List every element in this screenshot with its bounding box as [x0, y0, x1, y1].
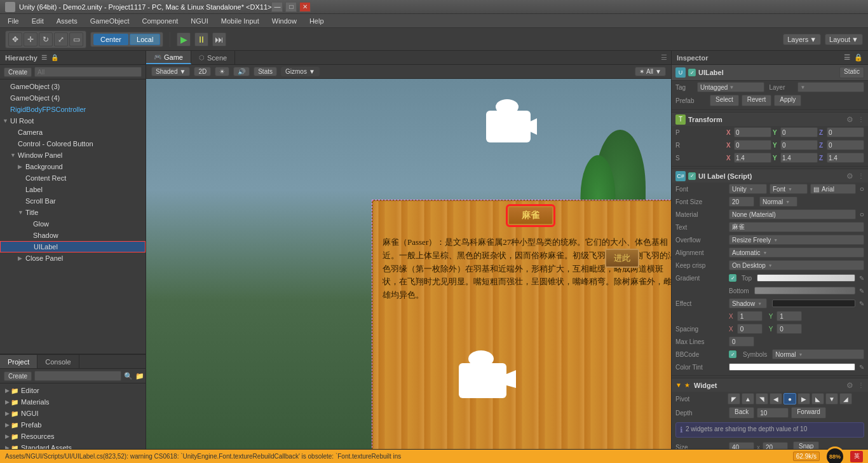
gradient-top-swatch[interactable] — [757, 274, 855, 282]
maximize-button[interactable]: □ — [285, 2, 297, 12]
menu-window[interactable]: Window — [267, 16, 302, 26]
material-value-field[interactable]: None (Material) — [729, 209, 856, 219]
hierarchy-item-gameobject3[interactable]: GameObject (3) — [0, 81, 146, 92]
rect-tool[interactable]: ▭ — [69, 32, 83, 46]
gradient-bottom-swatch[interactable] — [754, 287, 855, 294]
color-tint-swatch[interactable] — [729, 363, 855, 371]
prefab-revert-button[interactable]: Revert — [742, 95, 771, 106]
font-style-dropdown[interactable]: Normal — [759, 197, 797, 207]
hierarchy-create-button[interactable]: Create — [4, 67, 32, 77]
symbols-dropdown[interactable]: Normal — [772, 349, 864, 359]
hierarchy-item-uilabel[interactable]: UILabel — [0, 241, 146, 252]
bbcode-checkbox[interactable] — [729, 350, 736, 358]
hand-tool[interactable]: ✥ — [8, 32, 22, 46]
pivot-bottom-left[interactable]: ◣ — [811, 393, 824, 404]
inspector-lock-icon[interactable]: 🔒 — [854, 53, 863, 62]
tag-dropdown[interactable]: Untagged — [697, 82, 764, 92]
rot-z-input[interactable]: 0 — [827, 140, 864, 150]
menu-assets[interactable]: Assets — [51, 16, 83, 26]
layer-dropdown[interactable] — [797, 82, 865, 92]
hierarchy-item-rigidbody[interactable]: RigidBodyFPSController — [0, 104, 146, 115]
pivot-right[interactable]: ▶ — [797, 393, 810, 404]
rot-x-input[interactable]: 0 — [734, 140, 771, 150]
panel-menu-icon[interactable]: ☰ — [661, 53, 667, 62]
all-dropdown[interactable]: ✶ All ▼ — [635, 67, 666, 76]
text-value-field[interactable]: 麻雀 — [729, 222, 864, 232]
advance-button[interactable]: 进此 — [605, 249, 639, 268]
transform-gear-icon[interactable]: ⚙ — [846, 115, 853, 124]
alignment-dropdown[interactable]: Automatic — [729, 247, 864, 258]
effect-dropdown[interactable]: Shadow — [729, 298, 767, 308]
tab-project[interactable]: Project — [0, 355, 37, 368]
folder-icon[interactable]: 📁 — [135, 372, 144, 380]
material-link-icon[interactable]: ○ — [860, 210, 864, 219]
minimize-button[interactable]: — — [271, 2, 283, 12]
hierarchy-item-camera[interactable]: Camera — [0, 127, 146, 138]
center-toggle[interactable]: Center — [93, 34, 128, 45]
hierarchy-item-glow[interactable]: Glow — [0, 218, 146, 230]
effect-edit-icon[interactable]: ✎ — [859, 300, 864, 307]
max-lines-input[interactable]: 0 — [729, 336, 754, 347]
hierarchy-item-scroll-bar[interactable]: Scroll Bar — [0, 195, 146, 207]
effect-y-input[interactable]: 1 — [776, 311, 802, 321]
keep-crisp-dropdown[interactable]: On Desktop — [729, 260, 864, 270]
proj-item-prefab[interactable]: ▶ 📁 Prefab — [0, 419, 146, 431]
search-icon[interactable]: 🔍 — [124, 372, 133, 380]
hierarchy-item-window-panel[interactable]: ▼ Window Panel — [0, 149, 146, 161]
gradient-checkbox[interactable] — [729, 274, 736, 282]
hierarchy-item-close-panel[interactable]: ▶ Close Panel — [0, 252, 146, 264]
pos-x-input[interactable]: 0 — [734, 127, 771, 137]
mode-2d-button[interactable]: 2D — [194, 67, 211, 76]
proj-item-ngui[interactable]: ▶ 📁 NGUI — [0, 408, 146, 419]
local-toggle[interactable]: Local — [130, 34, 160, 45]
script-gear-icon[interactable]: ⚙ — [846, 172, 853, 181]
pivot-bottom-right[interactable]: ◢ — [839, 393, 852, 404]
menu-edit[interactable]: Edit — [27, 16, 49, 26]
prefab-apply-button[interactable]: Apply — [774, 95, 801, 106]
pivot-top-right[interactable]: ◥ — [756, 393, 768, 404]
font-type-dropdown[interactable]: Font — [770, 184, 808, 194]
font-size-input[interactable]: 20 — [729, 197, 754, 207]
step-button[interactable]: ⏭ — [212, 32, 226, 46]
rotate-tool[interactable]: ↻ — [39, 32, 53, 46]
menu-component[interactable]: Component — [137, 16, 183, 26]
prefab-select-button[interactable]: Select — [710, 95, 739, 106]
depth-value-input[interactable]: 10 — [757, 408, 789, 418]
static-button[interactable]: Static — [839, 67, 864, 78]
lighting-button[interactable]: ☀ — [215, 67, 229, 76]
pos-z-input[interactable]: 0 — [827, 127, 864, 137]
proj-item-resources[interactable]: ▶ 📁 Resources — [0, 431, 146, 442]
overflow-dropdown[interactable]: Resize Freely — [729, 235, 864, 245]
layers-dropdown[interactable]: Layers ▼ — [783, 34, 821, 45]
font-engine-dropdown[interactable]: Unity — [729, 184, 767, 194]
sound-button[interactable]: 🔊 — [233, 67, 250, 76]
hierarchy-item-shadow[interactable]: Shadow — [0, 230, 146, 241]
transform-menu-icon[interactable]: ⋮ — [858, 116, 864, 123]
menu-gameobject[interactable]: GameObject — [85, 16, 135, 26]
pivot-top-left[interactable]: ◤ — [728, 393, 740, 404]
hierarchy-item-title[interactable]: ▼ Title — [0, 207, 146, 218]
spacing-x-input[interactable]: 0 — [737, 324, 763, 334]
project-search-input[interactable] — [34, 371, 121, 381]
widget-menu-icon[interactable]: ⋮ — [858, 382, 864, 389]
hierarchy-lock-icon[interactable]: 🔒 — [51, 54, 58, 61]
pause-button[interactable]: ⏸ — [194, 32, 208, 46]
size-x-input[interactable]: 40 — [729, 442, 754, 449]
input-method-icon[interactable]: 英 — [850, 451, 863, 462]
hierarchy-item-label[interactable]: Label — [0, 184, 146, 195]
tab-scene[interactable]: ⬡ Scene — [191, 51, 235, 64]
effect-color-swatch[interactable] — [772, 300, 855, 307]
effect-x-input[interactable]: 1 — [737, 311, 763, 321]
stats-button[interactable]: Stats — [254, 67, 277, 76]
play-button[interactable]: ▶ — [177, 32, 191, 46]
menu-mobile-input[interactable]: Mobile Input — [216, 16, 264, 26]
move-tool[interactable]: ✛ — [24, 32, 37, 46]
scale-y-input[interactable]: 1.4 — [780, 153, 818, 163]
pivot-top[interactable]: ▲ — [742, 393, 754, 404]
hierarchy-search-input[interactable] — [34, 67, 142, 77]
tab-console[interactable]: Console — [37, 355, 79, 368]
script-enabled-checkbox[interactable] — [688, 172, 696, 180]
font-value-field[interactable]: ▤ Arial — [810, 184, 856, 194]
gizmos-dropdown[interactable]: Gizmos ▼ — [281, 67, 320, 76]
size-y-input[interactable]: 20 — [763, 442, 788, 449]
